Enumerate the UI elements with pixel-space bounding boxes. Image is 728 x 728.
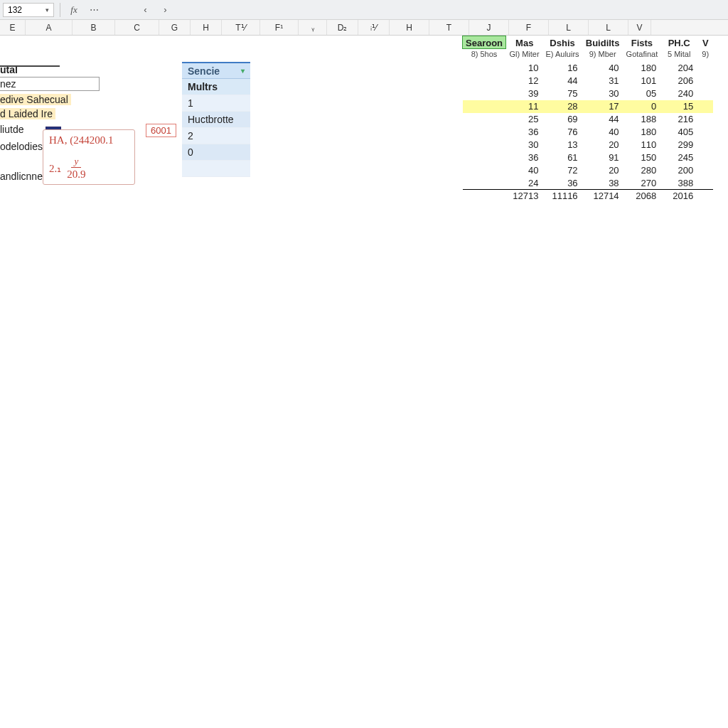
table-cell[interactable]: 28 [543, 100, 582, 113]
nav-next-button[interactable]: › [158, 3, 173, 17]
column-header[interactable]: B [73, 20, 115, 35]
table-cell[interactable] [463, 75, 506, 87]
table-header[interactable]: Fists [623, 36, 661, 49]
table-cell[interactable]: 36 [506, 126, 543, 139]
table-row[interactable]: 256944188216 [463, 113, 714, 126]
nav-prev-button[interactable]: ‹ [138, 3, 154, 17]
column-header[interactable]: H [390, 20, 429, 35]
name-box[interactable]: 132 ▾ [3, 3, 54, 17]
table-row[interactable]: 101640180204 [463, 62, 714, 75]
table-cell[interactable]: 388 [660, 177, 697, 190]
table-cell[interactable]: 44 [582, 113, 623, 126]
table-cell[interactable]: 245 [660, 151, 697, 164]
table-row[interactable]: 301320110299 [463, 139, 714, 151]
table-cell[interactable]: 38 [582, 177, 623, 190]
table-cell[interactable]: 240 [660, 87, 697, 100]
table-cell[interactable]: 110 [623, 139, 661, 151]
table-cell[interactable]: 188 [623, 113, 661, 126]
filter-row[interactable]: Multrs [182, 79, 250, 95]
worksheet[interactable]: utal nez edive Sahecual d Laided Ire liu… [0, 36, 728, 728]
table-cell[interactable]: 24 [506, 177, 543, 190]
table-cell[interactable] [463, 113, 506, 126]
column-header[interactable]: C [115, 20, 159, 35]
table-cell[interactable]: 69 [543, 113, 582, 126]
table-cell[interactable] [463, 100, 506, 113]
table-cell[interactable]: 36 [543, 177, 582, 190]
table-cell[interactable]: 11 [506, 100, 543, 113]
table-cell[interactable]: 40 [582, 62, 623, 75]
table-cell[interactable]: 40 [582, 126, 623, 139]
table-cell[interactable]: 36 [506, 151, 543, 164]
table-cell[interactable]: 15 [660, 100, 697, 113]
table-row[interactable]: 124431101206 [463, 75, 714, 87]
toolbar-icon[interactable]: ⋯ [86, 3, 102, 17]
column-header[interactable]: ᵧ [299, 20, 327, 35]
table-cell[interactable] [697, 100, 713, 113]
column-header[interactable]: T [429, 20, 469, 35]
table-cell[interactable] [697, 113, 713, 126]
table-cell[interactable]: 44 [543, 75, 582, 87]
table-cell[interactable]: 61 [543, 151, 582, 164]
column-header[interactable]: J [469, 20, 509, 35]
column-header[interactable]: G [159, 20, 191, 35]
filter-dropdown-icon[interactable]: ▾ [241, 67, 245, 75]
table-cell[interactable]: 17 [582, 100, 623, 113]
table-cell[interactable]: 72 [543, 164, 582, 177]
table-cell[interactable]: 05 [623, 87, 661, 100]
table-cell[interactable] [697, 87, 713, 100]
table-cell[interactable] [463, 139, 506, 151]
column-header[interactable]: H [191, 20, 222, 35]
filter-row[interactable]: Huctbrotte [182, 112, 250, 128]
table-cell[interactable]: 0 [623, 100, 661, 113]
filter-row[interactable]: 2 [182, 128, 250, 144]
table-cell[interactable]: 30 [582, 87, 623, 100]
table-header[interactable]: Buidilts [582, 36, 623, 49]
table-cell[interactable] [463, 62, 506, 75]
table-cell[interactable] [697, 126, 713, 139]
table-row[interactable]: 39753005240 [463, 87, 714, 100]
table-header[interactable]: PH.C [660, 36, 697, 49]
name-box-dropdown-icon[interactable]: ▾ [46, 4, 49, 16]
table-cell[interactable]: 40 [506, 164, 543, 177]
table-cell[interactable] [463, 151, 506, 164]
table-cell[interactable]: 91 [582, 151, 623, 164]
filter-row[interactable]: 1 [182, 95, 250, 112]
table-cell[interactable]: 13 [543, 139, 582, 151]
table-row[interactable]: 367640180405 [463, 126, 714, 139]
table-cell[interactable]: 20 [582, 164, 623, 177]
table-cell[interactable] [697, 151, 713, 164]
column-header[interactable]: ᵢ⅟ [358, 20, 390, 35]
table-cell[interactable]: 76 [543, 126, 582, 139]
table-cell[interactable]: 270 [623, 177, 661, 190]
table-cell[interactable]: 200 [660, 164, 697, 177]
table-cell[interactable] [463, 87, 506, 100]
column-header[interactable]: L [549, 20, 589, 35]
table-cell[interactable]: 204 [660, 62, 697, 75]
table-cell[interactable] [463, 177, 506, 190]
table-cell[interactable]: 12 [506, 75, 543, 87]
table-cell[interactable]: 30 [506, 139, 543, 151]
filter-row[interactable]: 0 [182, 144, 250, 161]
table-cell[interactable] [697, 75, 713, 87]
table-cell[interactable]: 39 [506, 87, 543, 100]
fx-button[interactable]: fx [66, 3, 82, 17]
column-header[interactable]: A [26, 20, 73, 35]
table-row[interactable]: 112817015 [463, 100, 714, 113]
table-cell[interactable] [697, 62, 713, 75]
table-cell[interactable]: 25 [506, 113, 543, 126]
filter-header[interactable]: Sencie ▾ [182, 62, 250, 79]
table-cell[interactable]: 31 [582, 75, 623, 87]
table-cell[interactable]: 20 [582, 139, 623, 151]
table-cell[interactable] [697, 164, 713, 177]
table-cell[interactable] [463, 164, 506, 177]
table-header[interactable]: Dshis [543, 36, 582, 49]
table-row[interactable]: 366191150245 [463, 151, 714, 164]
table-cell[interactable] [697, 139, 713, 151]
column-header[interactable]: E [0, 20, 26, 35]
table-header[interactable]: Searoon [463, 36, 506, 49]
table-cell[interactable] [697, 177, 713, 190]
column-header[interactable]: F [509, 20, 549, 35]
table-cell[interactable]: 299 [660, 139, 697, 151]
table-header[interactable]: Mas [506, 36, 543, 49]
table-cell[interactable]: 206 [660, 75, 697, 87]
